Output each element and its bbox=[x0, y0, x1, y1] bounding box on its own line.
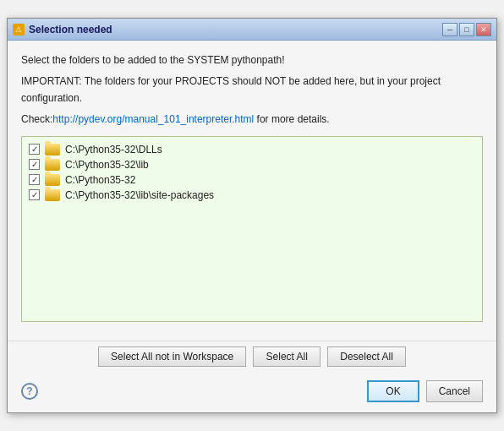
ok-button[interactable]: OK bbox=[367, 380, 419, 402]
desc-line3-suffix: for more details. bbox=[254, 113, 329, 125]
deselect-all-button[interactable]: Deselect All bbox=[327, 346, 406, 367]
desc-line1: Select the folders to be added to the SY… bbox=[21, 52, 483, 68]
desc-line3: Check:http://pydev.org/manual_101_interp… bbox=[21, 112, 483, 128]
item-path: C:\Python35-32 bbox=[65, 174, 135, 186]
checkbox-item-0[interactable] bbox=[29, 144, 40, 155]
list-item: C:\Python35-32\lib\site-packages bbox=[25, 188, 479, 203]
window-icon: ⚠ bbox=[13, 24, 25, 35]
folder-icon bbox=[45, 159, 60, 171]
folder-icon bbox=[45, 174, 60, 186]
list-item: C:\Python35-32 bbox=[25, 172, 479, 188]
select-not-in-workspace-button[interactable]: Select All not in Workspace bbox=[98, 346, 246, 367]
description-block: Select the folders to be added to the SY… bbox=[21, 52, 483, 128]
close-button[interactable]: ✕ bbox=[476, 23, 491, 36]
dialog-content: Select the folders to be added to the SY… bbox=[8, 41, 496, 341]
footer-buttons: OK Cancel bbox=[367, 380, 483, 402]
list-item: C:\Python35-32\DLLs bbox=[25, 142, 479, 157]
checkbox-item-1[interactable] bbox=[29, 159, 40, 170]
dialog-window: ⚠ Selection needed ─ □ ✕ Select the fold… bbox=[7, 18, 497, 413]
checkbox-item-3[interactable] bbox=[29, 189, 40, 200]
desc-link[interactable]: http://pydev.org/manual_101_interpreter.… bbox=[52, 113, 254, 125]
folder-list: C:\Python35-32\DLLsC:\Python35-32\libC:\… bbox=[21, 136, 483, 322]
folder-icon bbox=[45, 144, 60, 155]
maximize-button[interactable]: □ bbox=[459, 23, 474, 36]
item-path: C:\Python35-32\lib bbox=[65, 159, 149, 171]
window-title: Selection needed bbox=[29, 24, 112, 35]
desc-line2: IMPORTANT: The folders for your PROJECTS… bbox=[21, 74, 483, 106]
desc-line3-prefix: Check: bbox=[21, 113, 52, 125]
help-icon[interactable]: ? bbox=[21, 383, 38, 400]
footer-row: ? OK Cancel bbox=[8, 375, 496, 412]
list-item: C:\Python35-32\lib bbox=[25, 157, 479, 172]
item-path: C:\Python35-32\lib\site-packages bbox=[65, 189, 214, 201]
minimize-button[interactable]: ─ bbox=[442, 23, 457, 36]
item-path: C:\Python35-32\DLLs bbox=[65, 144, 162, 155]
title-bar: ⚠ Selection needed ─ □ ✕ bbox=[8, 19, 496, 41]
title-bar-left: ⚠ Selection needed bbox=[13, 24, 112, 35]
folder-icon bbox=[45, 189, 60, 201]
title-buttons: ─ □ ✕ bbox=[442, 23, 491, 36]
middle-button-row: Select All not in Workspace Select All D… bbox=[8, 341, 496, 375]
checkbox-item-2[interactable] bbox=[29, 174, 40, 185]
select-all-button[interactable]: Select All bbox=[253, 346, 320, 367]
cancel-button[interactable]: Cancel bbox=[426, 380, 483, 402]
